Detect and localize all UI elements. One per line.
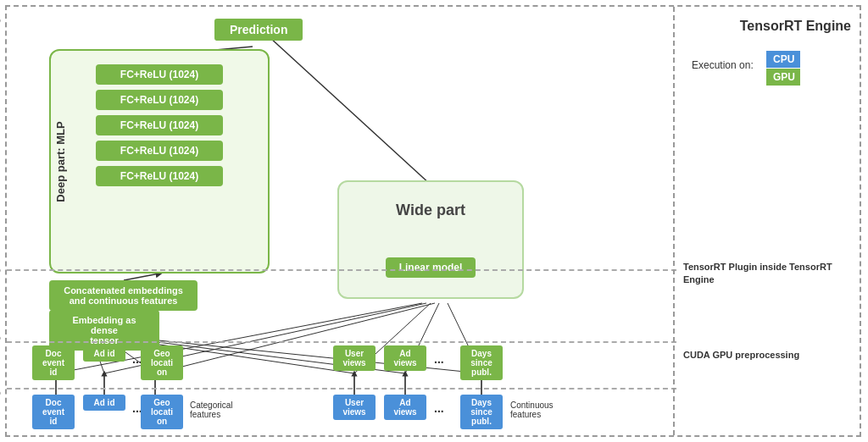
embedding-dense-box: Embedding as densetensor: [49, 310, 159, 351]
plugin-label: TensorRT Plugin inside TensorRT Engine: [683, 261, 860, 287]
categorical-features-label: Categoricalfeatures: [190, 401, 233, 419]
linear-model-box: Linear model: [386, 257, 476, 278]
blue-doc-event-row1: Doceventid: [32, 395, 75, 429]
mlp-container: Deep part: MLP FC+ReLU (1024) FC+ReLU (1…: [49, 49, 270, 273]
cuda-label: CUDA GPU preprocessing: [683, 350, 799, 360]
divider-1: [7, 388, 676, 390]
concat-embeddings-box: Concatenated embeddingsand continuous fe…: [49, 280, 198, 311]
divider-3: [7, 269, 676, 271]
execution-on-label: Execution on:: [692, 59, 754, 71]
dots-cont-row2: ...: [434, 352, 444, 366]
fc-layer-4: FC+ReLU (1024): [96, 141, 223, 161]
green-days-row2: Dayssincepubl.: [460, 345, 503, 380]
main-diagram: ④ ③ ② ① Prediction Deep part: MLP FC+ReL…: [5, 5, 861, 437]
cpu-badge: CPU: [766, 51, 800, 68]
green-ad-id-row2: Ad id: [83, 345, 125, 362]
green-ad-views-row2: Adviews: [384, 345, 426, 371]
layer-number-3: ③: [0, 265, 1, 277]
blue-days-row1: Dayssincepubl.: [460, 395, 503, 429]
layer-number-1: ①: [0, 388, 1, 400]
fc-layer-3: FC+ReLU (1024): [96, 115, 223, 135]
right-panel: TensorRT Engine Execution on: CPU GPU Te…: [673, 7, 860, 435]
blue-ad-id-row1: Ad id: [83, 395, 125, 411]
blue-ad-views-row1: Adviews: [384, 395, 426, 420]
green-doc-event-row2: Doceventid: [32, 345, 75, 380]
wide-part-container: Wide part Linear model: [337, 180, 524, 299]
svg-line-14: [124, 273, 159, 280]
divider-2: [7, 341, 676, 343]
layer-number-2: ②: [0, 333, 1, 345]
tensorrt-engine-title: TensorRT Engine: [740, 19, 851, 34]
green-geo-row2: Geolocation: [141, 345, 183, 380]
wide-part-title: Wide part: [396, 202, 465, 219]
fc-layer-1: FC+ReLU (1024): [96, 64, 223, 85]
blue-user-views-row1: Userviews: [333, 395, 376, 420]
fc-layer-5: FC+ReLU (1024): [96, 166, 223, 186]
layer-number-4: ④: [0, 15, 1, 27]
dots-cont-row1: ...: [434, 401, 444, 415]
gpu-badge: GPU: [766, 69, 800, 86]
prediction-box: Prediction: [214, 19, 303, 41]
green-user-views-row2: Userviews: [333, 345, 376, 371]
svg-line-0: [270, 37, 431, 185]
fc-layer-2: FC+ReLU (1024): [96, 90, 223, 110]
continuous-features-label: Continuousfeatures: [510, 401, 554, 419]
blue-geo-row1: Geolocation: [141, 395, 183, 429]
mlp-label: Deep part: MLP: [54, 121, 67, 202]
